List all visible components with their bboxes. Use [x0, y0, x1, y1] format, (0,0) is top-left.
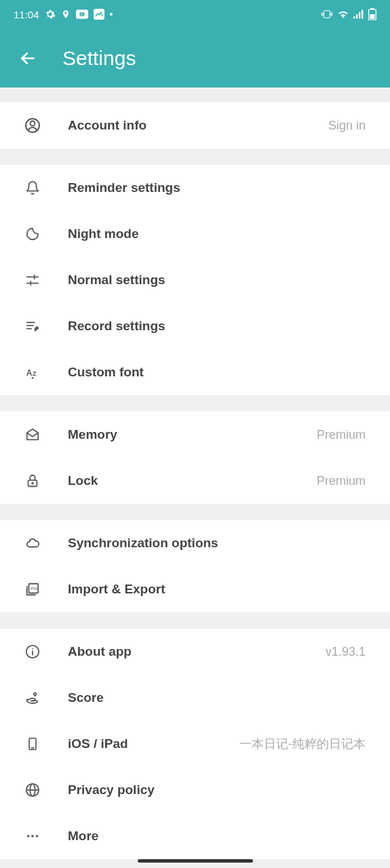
phone-icon — [24, 736, 41, 752]
location-status-icon — [61, 9, 71, 20]
svg-rect-8 — [356, 14, 357, 18]
svg-text:Z: Z — [33, 370, 37, 377]
vibrate-status-icon — [321, 9, 333, 19]
link-status-icon — [76, 9, 88, 19]
status-bar: 11:04 — [0, 0, 390, 28]
section-data: Synchronization options PDF Import & Exp… — [0, 520, 390, 612]
row-lock[interactable]: Lock Premium — [0, 458, 390, 504]
row-tail: 一本日记-纯粹的日记本 — [239, 736, 366, 752]
svg-point-39 — [27, 835, 30, 837]
section-account: Account info Sign in — [0, 102, 390, 149]
row-more[interactable]: More — [0, 813, 390, 859]
sliders-icon — [24, 272, 41, 288]
row-custom-font[interactable]: AZ Custom font — [0, 349, 390, 395]
gear-status-icon — [45, 9, 56, 20]
back-arrow-icon[interactable] — [19, 50, 37, 67]
row-label: Reminder settings — [68, 180, 366, 195]
row-tail: Premium — [317, 474, 366, 488]
status-time: 11:04 — [14, 9, 39, 20]
row-label: Score — [68, 690, 366, 705]
svg-rect-2 — [324, 11, 330, 18]
row-tail: v1.93.1 — [326, 645, 366, 659]
signal-status-icon — [353, 9, 364, 19]
app-status-icon — [94, 9, 104, 20]
home-indicator[interactable] — [138, 859, 253, 863]
row-record-settings[interactable]: Record settings — [0, 303, 390, 349]
row-label: Lock — [68, 473, 290, 488]
status-left: 11:04 — [14, 9, 113, 20]
heart-hand-icon — [24, 690, 41, 706]
account-icon — [24, 117, 41, 134]
svg-point-40 — [31, 835, 34, 837]
row-label: More — [68, 829, 366, 844]
page-title: Settings — [62, 47, 136, 70]
cloud-icon — [24, 535, 41, 551]
row-label: About app — [68, 644, 298, 659]
row-label: Normal settings — [68, 273, 366, 288]
lock-icon — [24, 473, 41, 489]
section-about: About app v1.93.1 Score iOS / iPad 一本日记-… — [0, 629, 390, 859]
wifi-status-icon — [337, 9, 349, 19]
pdf-icon: PDF — [24, 581, 41, 597]
row-label: Custom font — [68, 365, 366, 380]
row-normal-settings[interactable]: Normal settings — [0, 257, 390, 303]
info-icon — [24, 644, 41, 660]
row-label: iOS / iPad — [68, 736, 212, 751]
row-sync[interactable]: Synchronization options — [0, 520, 390, 566]
playlist-edit-icon — [24, 318, 41, 334]
svg-text:A: A — [26, 368, 33, 378]
row-label: Account info — [68, 118, 301, 133]
row-account-info[interactable]: Account info Sign in — [0, 102, 390, 149]
row-about-app[interactable]: About app v1.93.1 — [0, 629, 390, 675]
dot-status-icon — [110, 13, 113, 16]
row-label: Memory — [68, 427, 290, 442]
svg-rect-10 — [362, 10, 363, 19]
row-memory[interactable]: Memory Premium — [0, 412, 390, 458]
svg-point-28 — [32, 483, 33, 484]
row-label: Import & Export — [68, 582, 366, 597]
svg-point-26 — [32, 377, 34, 379]
section-settings: Reminder settings Night mode Normal sett… — [0, 165, 390, 395]
row-reminder-settings[interactable]: Reminder settings — [0, 165, 390, 211]
svg-point-33 — [32, 648, 33, 650]
row-label: Night mode — [68, 226, 366, 241]
app-header: Settings — [0, 28, 390, 87]
svg-point-41 — [36, 835, 39, 837]
battery-status-icon — [368, 8, 376, 20]
moon-icon — [24, 226, 41, 242]
row-ios-ipad[interactable]: iOS / iPad 一本日记-纯粹的日记本 — [0, 721, 390, 767]
svg-rect-13 — [370, 14, 374, 19]
row-night-mode[interactable]: Night mode — [0, 211, 390, 257]
status-right — [321, 8, 376, 20]
svg-point-16 — [31, 121, 35, 126]
row-tail: Premium — [317, 428, 366, 442]
globe-icon — [24, 782, 41, 798]
svg-text:PDF: PDF — [31, 587, 39, 591]
row-label: Synchronization options — [68, 536, 366, 551]
mail-open-icon — [24, 427, 41, 443]
row-import-export[interactable]: PDF Import & Export — [0, 566, 390, 612]
row-privacy-policy[interactable]: Privacy policy — [0, 767, 390, 813]
row-label: Record settings — [68, 319, 366, 334]
row-tail: Sign in — [328, 119, 366, 133]
row-score[interactable]: Score — [0, 675, 390, 721]
svg-rect-9 — [359, 12, 360, 19]
font-icon: AZ — [24, 364, 41, 380]
bell-icon — [24, 180, 41, 196]
row-label: Privacy policy — [68, 783, 366, 797]
more-icon — [24, 828, 41, 844]
svg-rect-7 — [353, 16, 355, 18]
section-premium: Memory Premium Lock Premium — [0, 412, 390, 504]
